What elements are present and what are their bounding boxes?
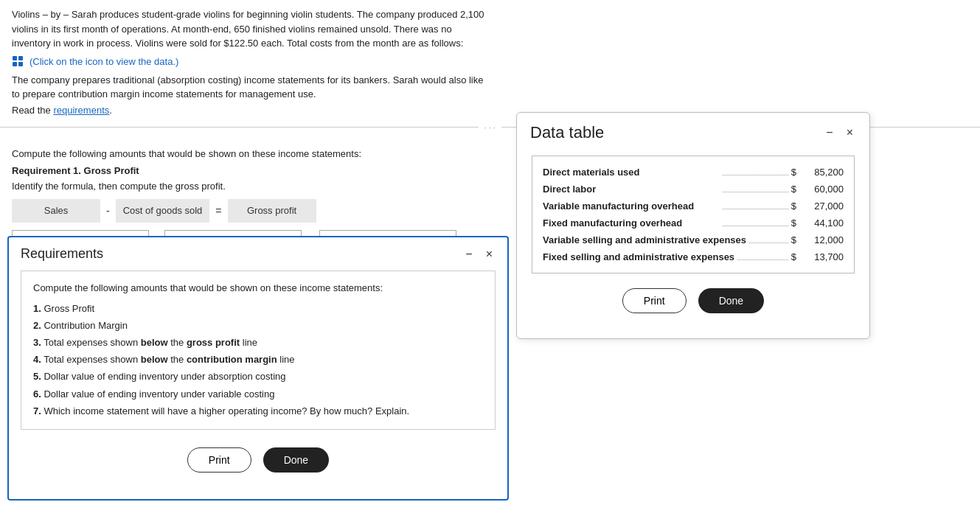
data-table-modal: Data table − × Direct materials used $ 8… xyxy=(516,112,870,339)
data-row-label: Fixed manufacturing overhead xyxy=(543,217,720,229)
intro-text: Violins – by – Sarah produces student-gr… xyxy=(12,7,490,51)
req1-label: Requirement 1. Gross Profit xyxy=(12,165,490,176)
data-row-currency: $ xyxy=(791,201,796,212)
icon-row[interactable]: (Click on the icon to view the data.) xyxy=(12,55,490,69)
requirements-link[interactable]: requirements xyxy=(53,105,109,116)
data-row-value: 60,000 xyxy=(799,184,844,195)
data-table-modal-controls: − × xyxy=(823,125,856,140)
data-row-value: 13,700 xyxy=(799,251,844,262)
formula-row: Sales - Cost of goods sold = Gross profi… xyxy=(12,199,490,223)
data-row-value: 12,000 xyxy=(799,234,844,245)
requirements-close-button[interactable]: × xyxy=(483,247,496,262)
data-row-dots xyxy=(723,192,788,192)
identify-label: Identify the formula, then compute the g… xyxy=(12,181,490,192)
data-table-inner: Direct materials used $ 85,200 Direct la… xyxy=(532,156,855,273)
requirements-modal-footer: Print Done xyxy=(21,442,496,487)
req-item-5: 5. Dollar value of ending inventory unde… xyxy=(33,369,483,385)
divider-dots: · · · xyxy=(484,123,496,132)
data-row-label: Fixed selling and administrative expense… xyxy=(543,251,734,262)
data-table-row: Variable manufacturing overhead $ 27,000 xyxy=(543,198,844,215)
req-items-list: 1. Gross Profit 2. Contribution Margin 3… xyxy=(33,301,483,419)
data-row-label: Direct materials used xyxy=(543,167,720,178)
svg-rect-0 xyxy=(13,56,17,60)
requirements-print-button[interactable]: Print xyxy=(187,447,251,473)
formula-minus-label: - xyxy=(106,205,110,217)
req-item-3: 3. Total expenses shown below the gross … xyxy=(33,335,483,351)
data-row-label: Variable manufacturing overhead xyxy=(543,201,720,212)
requirements-done-button[interactable]: Done xyxy=(263,447,329,473)
data-table-minimize-button[interactable]: − xyxy=(823,125,835,140)
data-table-modal-header: Data table − × xyxy=(517,113,869,148)
data-table-print-button[interactable]: Print xyxy=(622,288,687,313)
formula-equals-label: = xyxy=(215,205,221,217)
compute-label: Compute the following amounts that would… xyxy=(12,148,490,159)
formula-cogs-label: Cost of goods sold xyxy=(116,199,210,223)
data-row-value: 27,000 xyxy=(799,201,844,212)
requirements-modal-body: Compute the following amounts that would… xyxy=(9,268,507,499)
company-text: The company prepares traditional (absorp… xyxy=(12,73,490,102)
req-item-4: 4. Total expenses shown below the contri… xyxy=(33,352,483,368)
data-row-dots xyxy=(723,226,788,226)
data-row-label: Variable selling and administrative expe… xyxy=(543,234,746,245)
data-row-currency: $ xyxy=(791,217,796,229)
req-item-1: 1. Gross Profit xyxy=(33,301,483,317)
formula-sales-label: Sales xyxy=(12,199,100,223)
data-row-value: 44,100 xyxy=(799,217,844,229)
req-item-6: 6. Dollar value of ending inventory unde… xyxy=(33,386,483,402)
divider-line xyxy=(0,127,479,128)
req-item-7: 7. Which income statement will have a hi… xyxy=(33,403,483,419)
requirements-minimize-button[interactable]: − xyxy=(462,247,475,262)
data-table-row: Direct materials used $ 85,200 xyxy=(543,164,844,181)
requirements-modal: Requirements − × Compute the following a… xyxy=(7,236,509,501)
req-intro: Compute the following amounts that would… xyxy=(33,280,483,296)
svg-rect-1 xyxy=(18,56,23,60)
requirements-modal-controls: − × xyxy=(462,247,496,262)
formula-gross-profit-label: Gross profit xyxy=(228,199,316,223)
data-row-value: 85,200 xyxy=(799,167,844,178)
data-table-footer: Print Done xyxy=(532,288,855,328)
data-table-row: Fixed selling and administrative expense… xyxy=(543,248,844,265)
data-row-currency: $ xyxy=(791,167,796,178)
requirements-box: Compute the following amounts that would… xyxy=(21,271,496,430)
data-row-currency: $ xyxy=(791,251,796,262)
requirements-modal-header: Requirements − × xyxy=(9,237,507,268)
grid-icon xyxy=(12,55,25,69)
requirements-modal-title: Requirements xyxy=(21,246,103,262)
data-row-dots xyxy=(723,209,788,209)
read-text: Read the requirements. xyxy=(12,105,490,116)
data-row-currency: $ xyxy=(791,184,796,195)
data-table-row: Direct labor $ 60,000 xyxy=(543,181,844,198)
data-table-done-button[interactable]: Done xyxy=(698,288,764,313)
data-row-label: Direct labor xyxy=(543,184,720,195)
data-row-dots xyxy=(737,259,788,260)
data-table-close-button[interactable]: × xyxy=(844,125,856,140)
data-table-row: Variable selling and administrative expe… xyxy=(543,231,844,248)
data-table-modal-title: Data table xyxy=(530,123,604,142)
svg-rect-3 xyxy=(18,62,23,66)
main-content: Violins – by – Sarah produces student-gr… xyxy=(0,0,501,116)
req-item-2: 2. Contribution Margin xyxy=(33,318,483,334)
data-row-currency: $ xyxy=(791,234,796,245)
data-table-row: Fixed manufacturing overhead $ 44,100 xyxy=(543,215,844,231)
data-row-dots xyxy=(723,175,788,175)
data-row-dots xyxy=(749,243,788,243)
svg-rect-2 xyxy=(13,62,17,66)
data-table-content: Direct materials used $ 85,200 Direct la… xyxy=(517,148,869,338)
icon-link[interactable]: (Click on the icon to view the data.) xyxy=(29,56,178,67)
